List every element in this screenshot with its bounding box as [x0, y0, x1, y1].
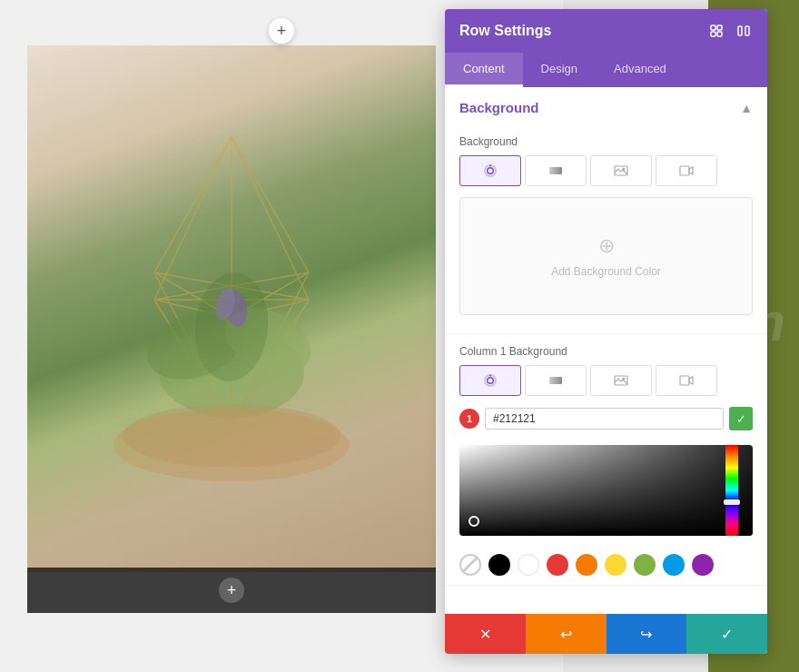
swatch-black[interactable]: [488, 554, 510, 576]
background-section-title: Background: [459, 100, 539, 115]
tab-advanced[interactable]: Advanced: [596, 53, 685, 87]
column1-type-selector: [459, 365, 753, 396]
svg-rect-32: [549, 167, 562, 174]
background-section-header[interactable]: Background ▲: [445, 87, 767, 128]
svg-point-31: [489, 165, 491, 167]
swatch-yellow[interactable]: [605, 554, 626, 576]
svg-point-39: [623, 378, 626, 380]
color-number-badge: 1: [459, 409, 479, 429]
background-section: Background ▲ Background: [445, 87, 767, 334]
column1-field-label: Column 1 Background: [459, 345, 753, 358]
color-gradient-field[interactable]: [459, 445, 753, 536]
add-color-icon: ⊕: [598, 234, 615, 258]
panel-header-icons: [707, 22, 753, 40]
hue-handle[interactable]: [724, 499, 740, 505]
tab-content[interactable]: Content: [445, 53, 523, 87]
svg-line-9: [154, 136, 232, 272]
tab-design[interactable]: Design: [523, 53, 596, 87]
svg-rect-30: [745, 26, 749, 35]
svg-point-34: [623, 168, 626, 171]
collapse-icon: ▲: [740, 101, 753, 115]
swatch-orange[interactable]: [576, 554, 597, 576]
col1-bg-type-color[interactable]: [459, 365, 521, 396]
add-row-top-button[interactable]: +: [269, 18, 294, 44]
hue-bar[interactable]: [725, 445, 738, 536]
swatch-blue[interactable]: [663, 554, 685, 576]
gradient-area[interactable]: [459, 445, 753, 536]
gradient-handle[interactable]: [469, 516, 479, 527]
panel-footer: ✕ ↩ ↪ ✓: [445, 614, 767, 654]
expand-icon[interactable]: [707, 22, 725, 40]
panel-header: Row Settings: [445, 9, 767, 53]
panel-body: Background ▲ Background: [445, 87, 767, 614]
swatch-red[interactable]: [547, 554, 568, 576]
background-type-selector: [459, 155, 753, 186]
plant-background: [27, 45, 436, 572]
svg-rect-29: [738, 26, 742, 35]
svg-rect-26: [717, 25, 722, 30]
svg-rect-40: [680, 376, 689, 385]
swatch-white[interactable]: [518, 554, 539, 576]
svg-rect-28: [717, 32, 722, 36]
svg-rect-27: [711, 32, 715, 36]
column1-section: Column 1 Background: [445, 334, 767, 586]
bg-type-video[interactable]: [656, 155, 717, 186]
add-bottom-icon: +: [227, 581, 237, 600]
panel-tabs: Content Design Advanced: [445, 53, 767, 87]
col1-bg-type-image[interactable]: [590, 365, 652, 396]
settings-panel: Row Settings Content Design Advanced Bac…: [445, 9, 767, 654]
panel-title: Row Settings: [459, 23, 551, 39]
bg-type-color[interactable]: [459, 155, 521, 186]
color-swatches-row: [445, 547, 767, 585]
columns-icon[interactable]: [735, 22, 753, 40]
cancel-button[interactable]: ✕: [445, 614, 526, 654]
background-field-label: Background: [459, 135, 753, 148]
svg-rect-35: [680, 166, 689, 175]
bg-type-image[interactable]: [590, 155, 652, 186]
add-row-bottom-button[interactable]: +: [219, 578, 244, 603]
svg-rect-37: [549, 377, 562, 384]
swatch-green[interactable]: [634, 554, 656, 576]
svg-point-24: [123, 404, 340, 468]
swatch-purple[interactable]: [692, 554, 714, 576]
color-input-row: 1 ✓: [459, 407, 753, 430]
color-hex-input[interactable]: [485, 408, 724, 430]
geometric-overlay: [27, 45, 436, 572]
svg-point-36: [489, 375, 491, 377]
svg-line-13: [232, 136, 309, 272]
redo-button[interactable]: ↪: [607, 614, 687, 654]
reset-button[interactable]: ↩: [526, 614, 607, 654]
bg-type-gradient[interactable]: [525, 155, 587, 186]
column1-section-body: Column 1 Background: [445, 334, 767, 445]
svg-rect-25: [711, 25, 715, 30]
save-button[interactable]: ✓: [686, 614, 767, 654]
col1-bg-type-video[interactable]: [656, 365, 717, 396]
background-section-body: Background ⊕: [445, 128, 767, 333]
col1-bg-type-gradient[interactable]: [525, 365, 587, 396]
color-picker-container: [445, 445, 767, 547]
bottom-bar: +: [27, 568, 436, 613]
canvas-image: [27, 45, 436, 572]
add-color-area[interactable]: ⊕ Add Background Color: [459, 197, 753, 315]
color-confirm-button[interactable]: ✓: [729, 407, 753, 430]
add-color-label: Add Background Color: [551, 265, 661, 278]
swatch-transparent[interactable]: [459, 554, 481, 576]
add-icon: +: [277, 22, 287, 41]
